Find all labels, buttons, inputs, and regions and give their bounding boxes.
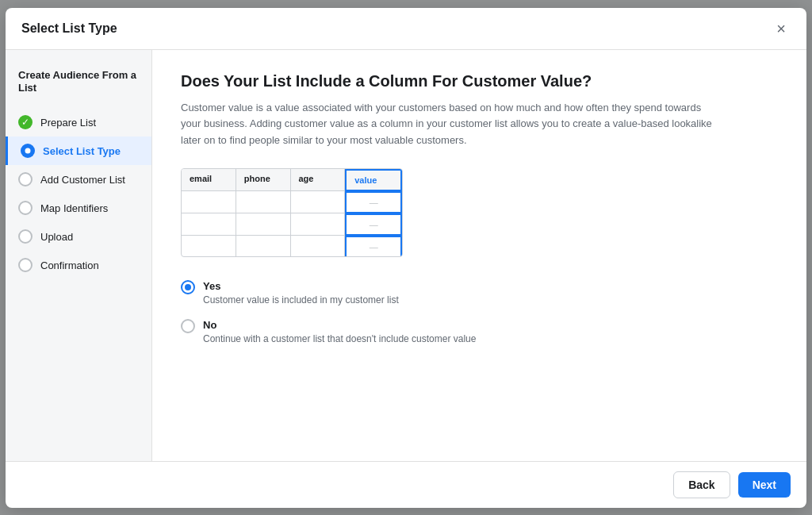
sidebar-item-add-customer-list[interactable]: Add Customer List	[6, 165, 151, 194]
modal-overlay: Select List Type × Create Audience From …	[0, 0, 812, 515]
radio-no-text: No Continue with a customer list that do…	[203, 318, 476, 344]
sidebar-item-upload[interactable]: Upload	[6, 222, 151, 251]
table-cell-value: —	[345, 213, 402, 236]
table-header-value: value	[345, 169, 402, 191]
table-row: —	[182, 191, 402, 213]
table-header-email: email	[182, 169, 236, 191]
table-cell	[182, 191, 236, 213]
table-header-row: email phone age value	[182, 169, 402, 191]
table-cell	[291, 236, 346, 256]
table-illustration: email phone age value —	[181, 168, 403, 257]
pending-icon	[18, 172, 33, 186]
radio-yes-indicator	[181, 280, 195, 294]
current-icon	[21, 144, 35, 158]
sidebar-item-label: Upload	[40, 231, 73, 243]
content-description: Customer value is a value associated wit…	[181, 100, 720, 149]
radio-yes-sublabel: Customer value is included in my custome…	[203, 294, 399, 306]
next-button[interactable]: Next	[738, 472, 791, 498]
table-cell	[236, 236, 291, 256]
main-content: Does Your List Include a Column For Cust…	[152, 50, 806, 461]
sidebar-item-prepare-list[interactable]: ✓ Prepare List	[6, 108, 151, 136]
radio-no-sublabel: Continue with a customer list that doesn…	[203, 333, 476, 344]
sidebar-title: Create Audience From a List	[6, 63, 151, 109]
table-cell	[236, 191, 291, 213]
back-button[interactable]: Back	[673, 471, 730, 498]
radio-option-yes[interactable]: Yes Customer value is included in my cus…	[181, 279, 778, 306]
radio-group: Yes Customer value is included in my cus…	[181, 279, 778, 344]
radio-no-label: No	[203, 318, 476, 332]
table-cell	[182, 236, 236, 256]
table-header-age: age	[291, 169, 346, 191]
close-button[interactable]: ×	[772, 19, 791, 38]
sidebar-item-map-identifiers[interactable]: Map Identifiers	[6, 194, 151, 222]
sidebar-item-label: Prepare List	[40, 117, 96, 129]
sidebar-item-label: Confirmation	[40, 259, 99, 271]
sidebar-item-label: Add Customer List	[40, 174, 125, 186]
table-cell-value: —	[345, 191, 402, 213]
pending-icon	[18, 201, 33, 215]
sidebar-item-label: Map Identifiers	[40, 202, 108, 214]
table-cell	[291, 213, 346, 236]
radio-yes-text: Yes Customer value is included in my cus…	[203, 279, 399, 306]
table-cell	[291, 191, 346, 213]
radio-yes-label: Yes	[203, 279, 399, 294]
sidebar-item-select-list-type[interactable]: Select List Type	[6, 136, 151, 165]
table-cell	[182, 213, 236, 236]
modal-body: Create Audience From a List ✓ Prepare Li…	[6, 50, 806, 461]
pending-icon	[18, 258, 33, 272]
sidebar-item-confirmation[interactable]: Confirmation	[6, 251, 151, 279]
table-cell-value: —	[345, 236, 402, 256]
sidebar-item-label: Select List Type	[43, 145, 121, 157]
content-heading: Does Your List Include a Column For Cust…	[181, 72, 778, 90]
pending-icon	[18, 229, 33, 244]
table-row: —	[182, 236, 402, 256]
table-cell	[236, 213, 291, 236]
modal-header: Select List Type ×	[6, 8, 806, 50]
complete-icon: ✓	[18, 115, 33, 129]
radio-option-no[interactable]: No Continue with a customer list that do…	[181, 318, 778, 344]
table-row: —	[182, 213, 402, 236]
table-header-phone: phone	[236, 169, 291, 191]
sidebar: Create Audience From a List ✓ Prepare Li…	[6, 50, 152, 461]
modal-title: Select List Type	[21, 21, 117, 36]
modal-footer: Back Next	[6, 461, 806, 508]
modal: Select List Type × Create Audience From …	[6, 8, 806, 508]
radio-no-indicator	[181, 319, 195, 333]
